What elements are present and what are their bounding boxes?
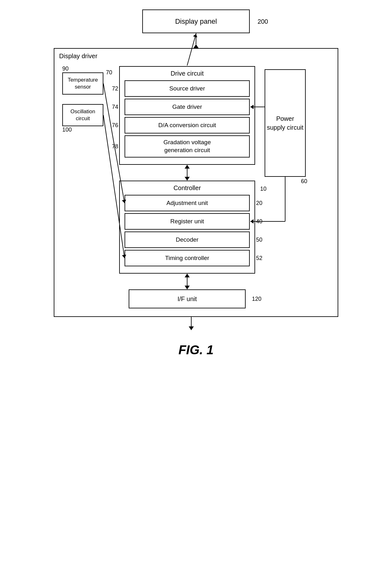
gate-driver-label: Gate driver — [172, 103, 202, 110]
drive-circuit-header: Drive circuit — [125, 70, 250, 77]
gradation-voltage-label: Gradation voltagegeneration circuit — [163, 139, 211, 154]
da-conversion-label: D/A conversion circuit — [158, 122, 216, 129]
temp-sensor-label: Temperature sensor — [68, 77, 98, 90]
controller-ref: 10 — [260, 186, 266, 192]
adjustment-unit-box: Adjustment unit 20 — [125, 195, 250, 211]
display-driver-box: Display driver 90 Temperature sensor Osc… — [54, 48, 338, 317]
if-unit-label: I/F unit — [177, 295, 197, 303]
drive-circuit-label: Drive circuit — [171, 70, 204, 77]
power-supply-box: Power supply circuit — [265, 69, 306, 177]
timing-controller-box: Timing controller 52 — [125, 250, 250, 266]
display-panel-box: Display panel 200 — [142, 9, 250, 33]
temperature-sensor-box: Temperature sensor — [62, 72, 103, 95]
display-panel-label: Display panel — [175, 17, 217, 26]
figure-label: FIG. 1 — [178, 343, 213, 357]
center-col: Drive circuit 72 Source driver 74 Gate d… — [119, 66, 255, 308]
left-components: 90 Temperature sensor Oscillation circui… — [62, 72, 103, 126]
oscillation-label: Oscillation circuit — [70, 108, 95, 122]
source-driver-box: 72 Source driver — [125, 80, 250, 97]
controller-label: Controller — [174, 184, 201, 191]
power-supply-ref: 60 — [301, 178, 307, 185]
register-unit-ref: 40 — [256, 218, 262, 225]
timing-controller-label: Timing controller — [165, 255, 209, 262]
adjustment-unit-label: Adjustment unit — [167, 200, 208, 207]
da-conversion-ref: 76 — [112, 122, 118, 129]
decoder-label: Decoder — [176, 236, 199, 243]
timing-controller-ref: 52 — [256, 255, 262, 262]
drive-circuit-ref: 70 — [106, 69, 112, 76]
gradation-voltage-box: 78 Gradation voltagegeneration circuit — [125, 135, 250, 158]
controller-box: Controller 10 Adjustment unit 20 Registe… — [119, 181, 255, 274]
gate-driver-box: 74 Gate driver — [125, 99, 250, 115]
decoder-ref: 50 — [256, 237, 262, 243]
decoder-box: Decoder 50 — [125, 232, 250, 248]
display-panel-ref: 200 — [258, 18, 268, 25]
controller-header: Controller 10 — [125, 184, 250, 192]
oscillation-ref: 100 — [62, 127, 72, 133]
oscillation-circuit-box: Oscillation circuit — [62, 104, 103, 126]
gradation-voltage-ref: 78 — [112, 143, 118, 150]
temp-sensor-ref: 90 — [62, 65, 69, 72]
adjustment-unit-ref: 20 — [256, 200, 262, 207]
source-driver-ref: 72 — [112, 85, 118, 92]
if-unit-box: I/F unit — [129, 289, 246, 308]
power-supply-label: Power supply circuit — [267, 114, 303, 132]
source-driver-label: Source driver — [169, 85, 205, 92]
if-unit-ref: 120 — [252, 296, 261, 302]
right-side: Power supply circuit 60 — [265, 69, 306, 177]
register-unit-label: Register unit — [170, 218, 204, 225]
diagram: Display panel 200 Display driver 90 Temp… — [22, 9, 370, 357]
register-unit-box: Register unit 40 — [125, 213, 250, 230]
drive-circuit-box: Drive circuit 72 Source driver 74 Gate d… — [119, 66, 255, 165]
gate-driver-ref: 74 — [112, 104, 118, 110]
da-conversion-box: 76 D/A conversion circuit — [125, 117, 250, 133]
display-driver-label: Display driver — [59, 53, 97, 60]
